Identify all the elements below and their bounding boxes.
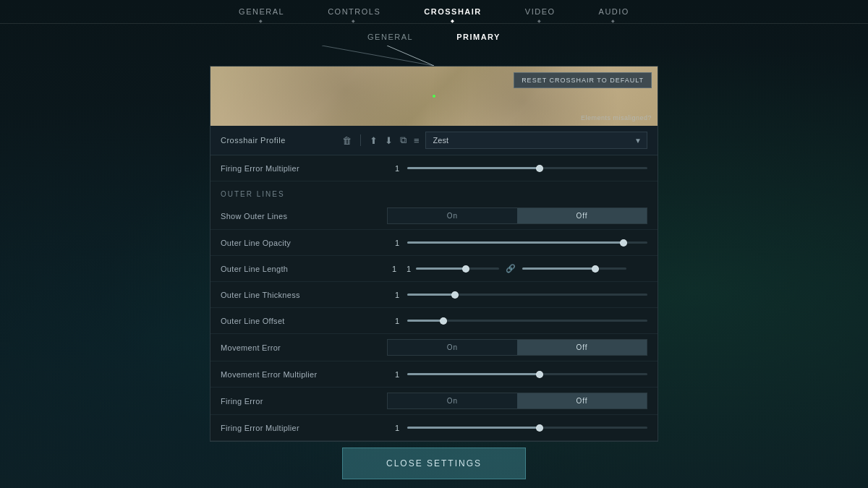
row-outer-line-length: Outer Line Length 1 1 🔗 [210,256,658,282]
toggle-off-outer[interactable]: Off [517,208,647,223]
profile-icons: 🗑 ⬆ ⬇ ⧉ ≡ [342,134,420,146]
upload-profile-icon[interactable]: ⬆ [370,135,378,146]
label-movement-error: Movement Error [221,343,387,352]
label-firing-error-top: Firing Error Multiplier [221,164,387,173]
row-movement-error-multiplier: Movement Error Multiplier 1 [210,361,658,388]
toggle-show-outer-lines[interactable]: On Off [387,207,647,224]
toggle-on-firing[interactable]: On [388,393,517,408]
toggle-firing-error[interactable]: On Off [387,393,647,409]
svg-line-1 [387,46,434,66]
value-movement-error-mult: 1 [387,370,407,379]
slider-outer-thickness[interactable] [407,294,647,296]
nav-video[interactable]: VIDEO [525,7,556,20]
toggle-on-outer[interactable]: On [388,208,517,223]
reset-crosshair-button[interactable]: RESET CROSSHAIR TO DEFAULT [514,72,652,88]
nav-general[interactable]: GENERAL [239,7,284,20]
value-outer-opacity: 1 [387,239,407,247]
subtab-primary[interactable]: PRIMARY [435,30,522,46]
subtab-general[interactable]: GENERAL [346,30,435,46]
tab-connectors [210,46,658,66]
slider-track-outer-offset[interactable] [407,320,647,322]
nav-audio[interactable]: AUDIO [599,7,629,20]
row-movement-error: Movement Error On Off [210,334,658,361]
slider-track-firing-error-top[interactable] [407,167,647,169]
slider-track-outer-opacity[interactable] [407,241,647,244]
toggle-on-movement[interactable]: On [388,340,517,355]
download-profile-icon[interactable]: ⬇ [385,135,393,146]
value-firing-error-top: 1 [387,164,407,173]
label-movement-error-multiplier: Movement Error Multiplier [221,370,387,379]
label-show-outer-lines: Show Outer Lines [221,212,387,221]
label-outer-line-offset: Outer Line Offset [221,317,387,325]
profile-row: Crosshair Profile 🗑 ⬆ ⬇ ⧉ ≡ Zest ▼ [210,126,658,155]
toggle-off-firing[interactable]: Off [517,393,647,408]
value-firing-error-mult: 1 [387,424,407,432]
label-firing-error: Firing Error [221,397,387,406]
value-outer-length-2: 1 [401,265,416,273]
slider-movement-error-mult[interactable] [407,373,647,375]
row-outer-line-offset: Outer Line Offset 1 [210,308,658,334]
slider-outer-opacity[interactable] [407,241,647,244]
slider-outer-length[interactable]: 🔗 [416,264,647,273]
profile-select[interactable]: Zest [425,132,647,149]
nav-controls[interactable]: CONTROLS [328,7,380,20]
slider-track-outer-length-2[interactable] [522,267,626,270]
toggle-off-movement[interactable]: Off [517,340,647,355]
sub-tabs: GENERAL PRIMARY [346,30,522,46]
slider-track-outer-thickness[interactable] [407,294,647,296]
row-firing-error: Firing Error On Off [210,388,658,415]
value-outer-offset: 1 [387,317,407,325]
row-outer-line-thickness: Outer Line Thickness 1 [210,282,658,308]
settings-content: Crosshair Profile 🗑 ⬆ ⬇ ⧉ ≡ Zest ▼ [210,126,658,441]
nav-crosshair[interactable]: CROSSHAIR [424,7,482,20]
label-outer-line-thickness: Outer Line Thickness [221,291,387,299]
toggle-movement-error[interactable]: On Off [387,339,647,356]
row-show-outer-lines: Show Outer Lines On Off [210,202,658,230]
slider-firing-error-mult[interactable] [407,427,647,429]
slider-track-movement-error-mult[interactable] [407,373,647,375]
slider-outer-offset[interactable] [407,320,647,322]
slider-firing-error-top[interactable] [407,167,647,169]
section-outer-lines: OUTER LINES [210,181,658,202]
value-outer-length-1: 1 [387,265,401,273]
slider-track-firing-error-mult[interactable] [407,427,647,429]
svg-line-0 [322,46,434,66]
more-profile-icon[interactable]: ≡ [414,135,420,146]
misaligned-text: Elements misaligned? [581,114,652,121]
label-outer-line-opacity: Outer Line Opacity [221,239,387,247]
crosshair-dot [433,95,435,98]
close-settings-button[interactable]: CLOSE SETTINGS [342,448,526,479]
row-firing-error-multiplier-top: Firing Error Multiplier 1 [210,155,658,181]
label-firing-error-multiplier: Firing Error Multiplier [221,424,387,432]
row-outer-line-opacity: Outer Line Opacity 1 [210,230,658,256]
value-outer-thickness: 1 [387,291,407,299]
divider [360,134,361,146]
top-nav: GENERAL CONTROLS CROSSHAIR VIDEO AUDIO [0,0,868,24]
profile-select-wrapper: Zest ▼ [425,132,647,149]
link-icon: 🔗 [503,264,518,273]
profile-label: Crosshair Profile [221,136,336,145]
row-firing-error-multiplier: Firing Error Multiplier 1 [210,415,658,441]
label-outer-line-length: Outer Line Length [221,265,387,273]
slider-track-outer-length-1[interactable] [416,267,499,270]
crosshair-preview: RESET CROSSHAIR TO DEFAULT Elements misa… [210,67,658,126]
copy-profile-icon[interactable]: ⧉ [400,134,407,146]
settings-panel: RESET CROSSHAIR TO DEFAULT Elements misa… [210,66,658,442]
delete-profile-icon[interactable]: 🗑 [342,135,352,146]
